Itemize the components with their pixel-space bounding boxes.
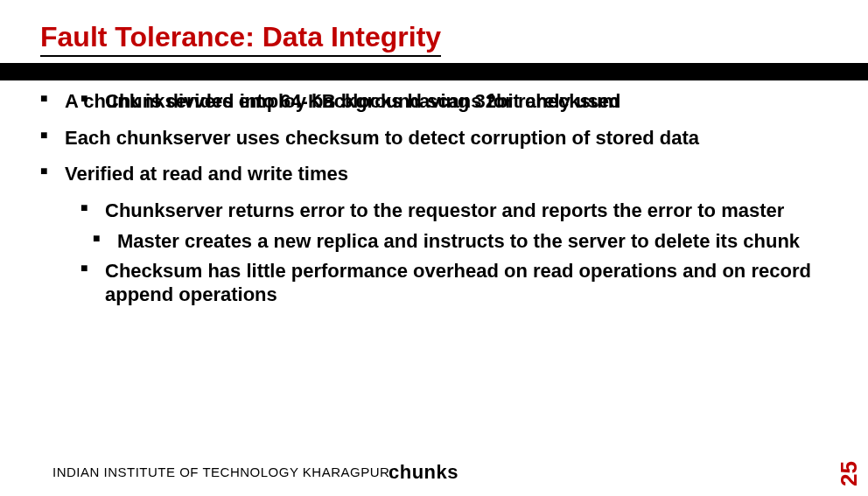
slide-title: Fault Tolerance: Data Integrity [40,21,441,57]
title-divider-bar [0,63,868,80]
footer-institute: INDIAN INSTITUTE OF TECHNOLOGY KHARAGPUR [52,465,389,479]
footer-chunks-overlap: chunks [388,461,458,483]
footer: INDIAN INSTITUTE OF TECHNOLOGY KHARAGPUR… [52,459,458,482]
page-number: 25 [836,461,863,486]
last-bullet-block: Chunkservers employ background scans for… [40,89,833,480]
slide: Fault Tolerance: Data Integrity A chunk … [0,0,868,496]
bullet-item: Chunkservers employ background scans for… [80,89,833,114]
